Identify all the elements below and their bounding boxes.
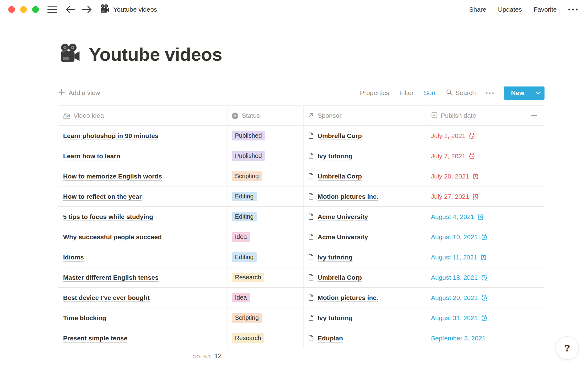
alarm-clock-icon [480, 254, 487, 261]
sponsor-name: Motion pictures inc. [318, 294, 378, 301]
row-trailing-cell [525, 308, 544, 328]
column-label: Publish date [441, 112, 476, 119]
sponsor-cell[interactable]: Acme University [303, 207, 427, 227]
sponsor-cell[interactable]: Ivy tutoring [303, 247, 427, 267]
table-rows: Learn photoshop in 90 minutes Published … [58, 126, 545, 348]
help-button[interactable]: ? [556, 336, 579, 360]
video-idea-cell[interactable]: Present simple tense [58, 328, 228, 348]
publish-date-cell[interactable]: August 31, 2021 [427, 308, 525, 328]
publish-date-cell[interactable]: August 11, 2021 [427, 247, 525, 267]
video-idea-cell[interactable]: Learn how to learn [58, 146, 228, 166]
video-idea-cell[interactable]: 5 tips to focus while studying [58, 207, 228, 227]
share-button[interactable]: Share [469, 6, 486, 13]
publish-date-cell[interactable]: July 7, 2021 [427, 146, 525, 166]
status-cell[interactable]: Scripting [228, 308, 303, 328]
publish-date-cell[interactable]: July 20, 2021 [427, 166, 525, 186]
video-idea-cell[interactable]: How to memorize English words [58, 166, 228, 186]
sidebar-menu-icon[interactable] [47, 6, 57, 13]
publish-date-cell[interactable]: August 4, 2021 [427, 207, 525, 227]
new-button[interactable]: New [504, 86, 545, 100]
filter-button[interactable]: Filter [399, 89, 414, 97]
column-header-publish-date[interactable]: Publish date [427, 106, 525, 125]
page-icon [307, 294, 315, 301]
publish-date-cell[interactable]: August 18, 2021 [427, 267, 525, 287]
publish-date-cell[interactable]: September 3, 2021 [427, 328, 525, 348]
sponsor-cell[interactable]: Umbrella Corp [303, 166, 427, 186]
chevron-down-icon[interactable] [532, 86, 545, 100]
plus-icon [58, 89, 65, 97]
status-cell[interactable]: Editing [228, 186, 303, 206]
movie-camera-icon[interactable] [58, 42, 81, 66]
column-header-status[interactable]: Status [228, 106, 303, 125]
properties-button[interactable]: Properties [360, 89, 389, 97]
search-button[interactable]: Search [446, 89, 476, 97]
status-cell[interactable]: Scripting [228, 166, 303, 186]
updates-button[interactable]: Updates [498, 6, 522, 13]
sponsor-cell[interactable]: Motion pictures inc. [303, 186, 427, 206]
column-header-video-idea[interactable]: Aa Video idea [58, 106, 228, 125]
column-label: Status [242, 112, 260, 119]
status-cell[interactable]: Editing [228, 247, 303, 267]
text-property-icon: Aa [63, 112, 70, 119]
publish-date-cell[interactable]: August 20, 2021 [427, 288, 525, 308]
video-idea-cell[interactable]: Learn photoshop in 90 minutes [58, 126, 228, 146]
date-text: August 4, 2021 [431, 213, 474, 220]
add-view-button[interactable]: Add a view [58, 89, 100, 97]
sponsor-cell[interactable]: Acme University [303, 227, 427, 247]
column-header-sponsor[interactable]: Sponsor [303, 106, 427, 125]
status-cell[interactable]: Editing [228, 207, 303, 227]
video-idea-cell[interactable]: Idioms [58, 247, 228, 267]
table-footer[interactable]: COUNT 12 [58, 352, 228, 360]
favorite-button[interactable]: Favorite [533, 6, 557, 13]
video-idea-cell[interactable]: How to reflect on the year [58, 186, 228, 206]
sponsor-cell[interactable]: Ivy tutoring [303, 308, 427, 328]
count-label: COUNT [193, 354, 211, 359]
status-badge: Editing [232, 192, 257, 201]
sponsor-name: Umbrella Corp [318, 173, 362, 180]
status-cell[interactable]: Idea [228, 288, 303, 308]
table-row: How to memorize English words Scripting … [58, 166, 545, 186]
sponsor-cell[interactable]: Eduplan [303, 328, 427, 348]
alarm-clock-icon [481, 274, 488, 281]
breadcrumb[interactable]: Youtube videos [100, 4, 157, 16]
minimize-window-button[interactable] [20, 6, 27, 13]
video-idea-cell[interactable]: Why successful people succeed [58, 227, 228, 247]
add-column-button[interactable] [525, 106, 544, 125]
video-idea-cell[interactable]: Best device I've ever bought [58, 288, 228, 308]
page-icon [307, 335, 315, 342]
page-title[interactable]: Youtube videos [89, 44, 222, 65]
column-label: Video idea [74, 112, 104, 119]
movie-camera-icon [100, 4, 110, 16]
view-more-options-icon[interactable] [486, 92, 494, 94]
video-idea-cell[interactable]: Master different English tenses [58, 267, 228, 287]
status-badge: Research [232, 273, 264, 282]
status-badge: Scripting [232, 313, 262, 323]
publish-date-cell[interactable]: July 1, 2021 [427, 126, 525, 146]
sponsor-cell[interactable]: Ivy tutoring [303, 146, 427, 166]
status-cell[interactable]: Idea [228, 227, 303, 247]
publish-date-cell[interactable]: August 10, 2021 [427, 227, 525, 247]
video-idea-text: Best device I've ever bought [63, 294, 150, 301]
close-window-button[interactable] [8, 6, 15, 13]
status-cell[interactable]: Published [228, 126, 303, 146]
status-cell[interactable]: Published [228, 146, 303, 166]
sponsor-cell[interactable]: Motion pictures inc. [303, 288, 427, 308]
publish-date-cell[interactable]: July 27, 2021 [427, 186, 525, 206]
status-cell[interactable]: Research [228, 267, 303, 287]
forward-arrow-icon[interactable] [82, 5, 92, 14]
sort-button[interactable]: Sort [424, 89, 436, 97]
sponsor-cell[interactable]: Umbrella Corp [303, 126, 427, 146]
zoom-window-button[interactable] [32, 6, 39, 13]
page-icon [307, 173, 315, 180]
back-arrow-icon[interactable] [65, 5, 76, 14]
date-text: August 31, 2021 [431, 314, 478, 322]
column-label: Sponsor [318, 112, 341, 119]
date-text: July 7, 2021 [431, 152, 466, 160]
alarm-clock-icon [472, 173, 479, 180]
video-idea-cell[interactable]: Time blocking [58, 308, 228, 328]
sponsor-name: Acme University [318, 213, 368, 220]
status-cell[interactable]: Research [228, 328, 303, 348]
status-badge: Editing [232, 252, 257, 262]
more-options-icon[interactable] [568, 9, 578, 10]
sponsor-cell[interactable]: Umbrella Corp [303, 267, 427, 287]
